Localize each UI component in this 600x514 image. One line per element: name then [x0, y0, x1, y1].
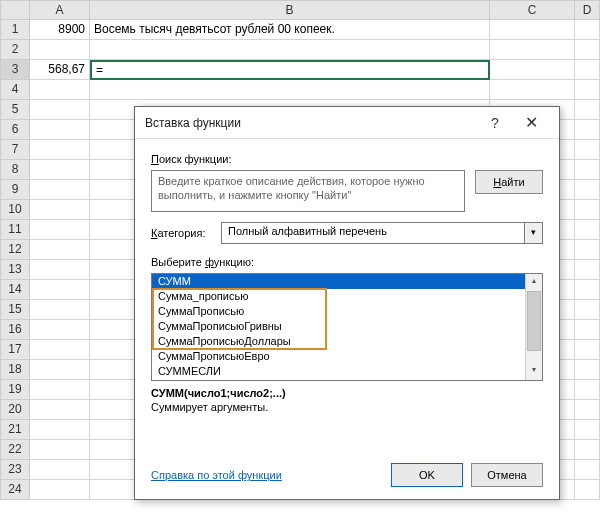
cell-A16[interactable]	[30, 320, 90, 340]
cell-A21[interactable]	[30, 420, 90, 440]
cell-A22[interactable]	[30, 440, 90, 460]
cell-D6[interactable]	[575, 120, 600, 140]
select-all-corner[interactable]	[0, 0, 30, 20]
row-header-8[interactable]: 8	[0, 160, 30, 180]
cell-A10[interactable]	[30, 200, 90, 220]
cell-C3[interactable]	[490, 60, 575, 80]
function-item[interactable]: Сумма_прописью	[152, 289, 525, 304]
close-icon[interactable]: ✕	[513, 109, 549, 137]
row-header-5[interactable]: 5	[0, 100, 30, 120]
cell-D13[interactable]	[575, 260, 600, 280]
search-input[interactable]: Введите краткое описание действия, котор…	[151, 170, 465, 212]
row-header-17[interactable]: 17	[0, 340, 30, 360]
row-header-12[interactable]: 12	[0, 240, 30, 260]
scroll-thumb[interactable]	[527, 291, 541, 351]
cell-A18[interactable]	[30, 360, 90, 380]
cell-C1[interactable]	[490, 20, 575, 40]
cell-A15[interactable]	[30, 300, 90, 320]
cell-D12[interactable]	[575, 240, 600, 260]
scroll-down-icon[interactable]: ▾	[526, 363, 542, 380]
row-header-24[interactable]: 24	[0, 480, 30, 500]
row-header-13[interactable]: 13	[0, 260, 30, 280]
cell-D5[interactable]	[575, 100, 600, 120]
cell-C2[interactable]	[490, 40, 575, 60]
cell-A11[interactable]	[30, 220, 90, 240]
cell-A20[interactable]	[30, 400, 90, 420]
cell-D4[interactable]	[575, 80, 600, 100]
function-item[interactable]: СуммаПрописью	[152, 304, 525, 319]
cell-A8[interactable]	[30, 160, 90, 180]
dialog-titlebar[interactable]: Вставка функции ? ✕	[135, 107, 559, 139]
cell-D20[interactable]	[575, 400, 600, 420]
function-item[interactable]: СУММЕСЛИ	[152, 364, 525, 379]
cell-D16[interactable]	[575, 320, 600, 340]
col-header-b[interactable]: B	[90, 0, 490, 20]
cell-A9[interactable]	[30, 180, 90, 200]
cell-D7[interactable]	[575, 140, 600, 160]
scroll-up-icon[interactable]: ▴	[526, 274, 542, 291]
function-item[interactable]: СуммаПрописьюДоллары	[152, 334, 525, 349]
cell-A13[interactable]	[30, 260, 90, 280]
row-header-23[interactable]: 23	[0, 460, 30, 480]
col-header-a[interactable]: A	[30, 0, 90, 20]
cell-A1[interactable]: 8900	[30, 20, 90, 40]
cell-A23[interactable]	[30, 460, 90, 480]
row-header-19[interactable]: 19	[0, 380, 30, 400]
cell-D9[interactable]	[575, 180, 600, 200]
find-button[interactable]: Найти	[475, 170, 543, 194]
cell-A19[interactable]	[30, 380, 90, 400]
category-combobox[interactable]: Полный алфавитный перечень ▾	[221, 222, 543, 244]
function-item[interactable]: СуммаПрописьюЕвро	[152, 349, 525, 364]
cell-D17[interactable]	[575, 340, 600, 360]
col-header-c[interactable]: C	[490, 0, 575, 20]
function-item[interactable]: СУММ	[152, 274, 525, 289]
row-header-11[interactable]: 11	[0, 220, 30, 240]
cell-A17[interactable]	[30, 340, 90, 360]
cell-D15[interactable]	[575, 300, 600, 320]
help-link[interactable]: Справка по этой функции	[151, 469, 282, 481]
cancel-button[interactable]: Отмена	[471, 463, 543, 487]
cell-B3[interactable]: =	[90, 60, 490, 80]
cell-B4[interactable]	[90, 80, 490, 100]
row-header-10[interactable]: 10	[0, 200, 30, 220]
cell-D14[interactable]	[575, 280, 600, 300]
row-header-21[interactable]: 21	[0, 420, 30, 440]
function-listbox[interactable]: СУММСумма_прописьюСуммаПрописьюСуммаПроп…	[151, 273, 543, 381]
cell-D19[interactable]	[575, 380, 600, 400]
cell-D2[interactable]	[575, 40, 600, 60]
col-header-d[interactable]: D	[575, 0, 600, 20]
row-header-16[interactable]: 16	[0, 320, 30, 340]
cell-B1[interactable]: Восемь тысяч девятьсот рублей 00 копеек.	[90, 20, 490, 40]
cell-A5[interactable]	[30, 100, 90, 120]
cell-A7[interactable]	[30, 140, 90, 160]
chevron-down-icon[interactable]: ▾	[524, 223, 542, 243]
cell-C4[interactable]	[490, 80, 575, 100]
listbox-scrollbar[interactable]: ▴ ▾	[525, 274, 542, 380]
cell-A24[interactable]	[30, 480, 90, 500]
row-header-18[interactable]: 18	[0, 360, 30, 380]
cell-D23[interactable]	[575, 460, 600, 480]
row-header-4[interactable]: 4	[0, 80, 30, 100]
row-header-6[interactable]: 6	[0, 120, 30, 140]
ok-button[interactable]: OK	[391, 463, 463, 487]
row-header-3[interactable]: 3	[0, 60, 30, 80]
row-header-20[interactable]: 20	[0, 400, 30, 420]
cell-D22[interactable]	[575, 440, 600, 460]
cell-A6[interactable]	[30, 120, 90, 140]
row-header-15[interactable]: 15	[0, 300, 30, 320]
help-icon[interactable]: ?	[477, 109, 513, 137]
cell-D18[interactable]	[575, 360, 600, 380]
cell-D1[interactable]	[575, 20, 600, 40]
cell-A3[interactable]: 568,67	[30, 60, 90, 80]
cell-D8[interactable]	[575, 160, 600, 180]
row-header-14[interactable]: 14	[0, 280, 30, 300]
cell-D21[interactable]	[575, 420, 600, 440]
cell-D11[interactable]	[575, 220, 600, 240]
cell-D10[interactable]	[575, 200, 600, 220]
row-header-7[interactable]: 7	[0, 140, 30, 160]
row-header-22[interactable]: 22	[0, 440, 30, 460]
cell-A14[interactable]	[30, 280, 90, 300]
cell-A4[interactable]	[30, 80, 90, 100]
function-item[interactable]: СуммаПрописьюГривны	[152, 319, 525, 334]
cell-A12[interactable]	[30, 240, 90, 260]
